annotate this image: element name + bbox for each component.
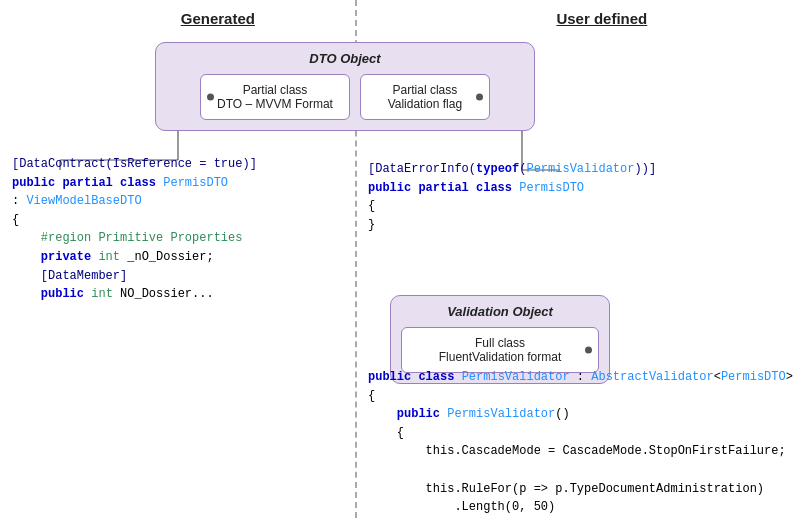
code-right-bottom-line1: public class PermisValidator : AbstractV… bbox=[368, 368, 798, 387]
code-right-top-line1: [DataErrorInfo(typeof(PermisValidator))] bbox=[368, 160, 656, 179]
code-left-line6: private int _nO_Dossier; bbox=[12, 248, 257, 267]
code-right-bottom-block: public class PermisValidator : AbstractV… bbox=[368, 368, 798, 518]
code-right-top-line4: } bbox=[368, 216, 656, 235]
code-left-line2: public partial class PermisDTO bbox=[12, 174, 257, 193]
validation-dot bbox=[585, 347, 592, 354]
code-right-bottom-line2: { bbox=[368, 387, 798, 406]
dto-left-line1: Partial class bbox=[243, 83, 308, 97]
dto-box-title: DTO Object bbox=[166, 51, 524, 66]
code-right-bottom-line7: this.RuleFor(p => p.TypeDocumentAdminist… bbox=[368, 480, 798, 499]
code-right-bottom-line5: this.CascadeMode = CascadeMode.StopOnFir… bbox=[368, 442, 798, 461]
validation-box-title: Validation Object bbox=[401, 304, 599, 319]
code-right-top-line2: public partial class PermisDTO bbox=[368, 179, 656, 198]
dto-object-box: DTO Object Partial class DTO – MVVM Form… bbox=[155, 42, 535, 131]
code-left-line1: [DataContract(IsReference = true)] bbox=[12, 155, 257, 174]
code-right-bottom-line6 bbox=[368, 461, 798, 480]
generated-label: Generated bbox=[181, 10, 255, 27]
code-right-bottom-line8: .Length(0, 50) bbox=[368, 498, 798, 517]
code-left-line3: : ViewModelBaseDTO bbox=[12, 192, 257, 211]
dto-left-dot bbox=[207, 94, 214, 101]
header-section: Generated User defined bbox=[30, 0, 798, 35]
dto-right-line2: Validation flag bbox=[388, 97, 463, 111]
dto-right-dot bbox=[476, 94, 483, 101]
dto-right-inner-box: Partial class Validation flag bbox=[360, 74, 490, 120]
validation-line2: FluentValidation format bbox=[439, 350, 562, 364]
dto-left-line2: DTO – MVVM Format bbox=[217, 97, 333, 111]
code-left-line8: public int NO_Dossier... bbox=[12, 285, 257, 304]
code-right-top-line3: { bbox=[368, 197, 656, 216]
code-left-block: [DataContract(IsReference = true)] publi… bbox=[12, 155, 257, 304]
code-left-line7: [DataMember] bbox=[12, 267, 257, 286]
code-left-line4: { bbox=[12, 211, 257, 230]
user-defined-label: User defined bbox=[556, 10, 647, 27]
dto-left-inner-box: Partial class DTO – MVVM Format bbox=[200, 74, 350, 120]
validation-inner-box: Full class FluentValidation format bbox=[401, 327, 599, 373]
dto-right-line1: Partial class bbox=[393, 83, 458, 97]
validation-line1: Full class bbox=[475, 336, 525, 350]
code-left-line5: #region Primitive Properties bbox=[12, 229, 257, 248]
dto-inner-boxes: Partial class DTO – MVVM Format Partial … bbox=[166, 74, 524, 120]
code-right-top-block: [DataErrorInfo(typeof(PermisValidator))]… bbox=[368, 160, 656, 234]
code-right-bottom-line3: public PermisValidator() bbox=[368, 405, 798, 424]
code-right-bottom-line4: { bbox=[368, 424, 798, 443]
